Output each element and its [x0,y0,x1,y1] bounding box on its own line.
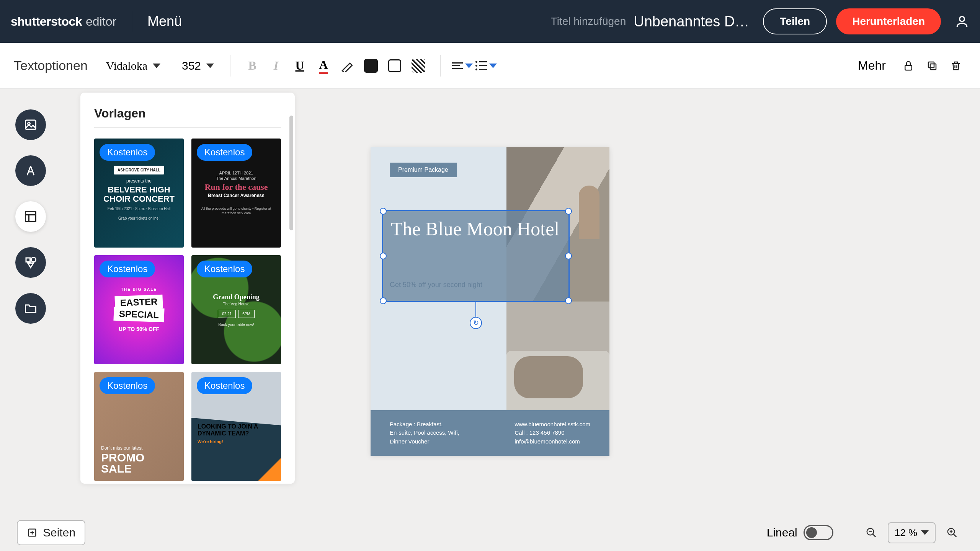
template-card[interactable]: Kostenlos LOOKING TO JOIN A DYNAMIC TEAM… [191,372,281,481]
delete-button[interactable] [946,55,966,76]
toggle-knob [806,527,817,538]
svg-rect-6 [26,212,36,222]
tpl-text: Run for the cause [204,182,268,192]
align-button[interactable] [452,55,473,76]
bold-button[interactable]: B [242,55,263,76]
tpl-text: Breast Cancer Awareness [208,193,264,198]
template-card[interactable]: Kostenlos Don't miss our latest PROMO SA… [94,372,184,481]
tpl-text: 02.21 [218,310,236,318]
duplicate-button[interactable] [922,55,942,76]
rail-folder[interactable] [15,293,46,324]
outline-button[interactable] [384,55,405,76]
resize-handle-w[interactable] [380,253,387,259]
template-card[interactable]: Kostenlos APRIL 12TH 2021 The Annual Mar… [191,139,281,248]
free-badge: Kostenlos [100,144,155,161]
tpl-text: Don't miss our latest [101,445,142,451]
tpl-text: LOOKING TO JOIN A DYNAMIC TEAM? [198,423,275,437]
zoom-in-button[interactable] [941,527,963,538]
caret-down-icon [465,64,473,68]
logo-main: shutterstock [11,15,82,29]
lock-button[interactable] [898,55,919,76]
tpl-text: Book your table now! [218,323,254,327]
fill-button[interactable] [361,55,381,76]
canvas-tag[interactable]: Premium Package [390,163,457,177]
canvas-footer-right: www.bluemoonhotel.sstk.com Call : 123 45… [514,420,590,446]
resize-handle-e[interactable] [565,253,572,259]
logo-sub: editor [86,15,116,29]
rail-images[interactable] [15,109,46,140]
ruler-toggle[interactable] [804,525,833,540]
share-button[interactable]: Teilen [763,8,827,34]
scrollbar[interactable] [289,116,293,230]
ruler-label: Lineal [767,526,797,539]
resize-handle-ne[interactable] [565,208,572,215]
text-icon [24,164,38,178]
free-badge: Kostenlos [100,377,155,394]
caret-down-icon [206,64,214,68]
rail-shapes[interactable] [15,247,46,278]
underline-button[interactable]: U [289,55,310,76]
template-card[interactable]: Kostenlos Grand Opening The Veg House 02… [191,255,281,364]
tpl-text: PROMO SALE [101,452,177,474]
resize-handle-sw[interactable] [380,297,387,304]
image-icon [24,118,38,132]
template-card[interactable]: Kostenlos THE BIG SALE EASTER SPECIAL UP… [94,255,184,364]
divider [94,127,281,128]
document-title[interactable]: Unbenanntes D… [634,13,749,30]
tpl-text: The Annual Marathon [216,176,256,181]
pages-button[interactable]: Seiten [17,520,85,545]
zoom-out-button[interactable] [860,527,882,538]
more-button[interactable]: Mehr [858,59,886,73]
shapes-icon [24,256,38,269]
footer-phone: Call : 123 456 7890 [514,429,590,437]
pages-label: Seiten [43,526,75,539]
divider [230,55,230,77]
canvas-title[interactable]: The Blue Moon Hotel [383,211,568,240]
svg-point-0 [960,16,965,21]
canvas-footer[interactable]: Package : Breakfast, En-suite, Pool acce… [371,410,609,456]
tpl-text: Grand Opening [213,293,260,301]
text-color-button[interactable]: A [313,55,334,76]
zoom-in-icon [946,527,958,538]
selection-box[interactable]: The Blue Moon Hotel ↻ [382,210,570,302]
resize-handle-se[interactable] [565,297,572,304]
italic-button[interactable]: I [266,55,286,76]
app-logo: shutterstock editor [11,15,116,29]
divider [132,11,132,32]
svg-rect-1 [905,65,912,70]
download-button[interactable]: Herunterladen [836,8,941,34]
highlight-button[interactable] [337,55,358,76]
menu-button[interactable]: Menü [147,13,182,29]
font-size-select[interactable]: 352 [177,57,219,75]
zoom-value: 12 % [895,527,917,539]
rotate-handle[interactable]: ↻ [470,317,482,329]
tpl-text: Feb 19th 2021 · 8p.m. · Blossom Hall [108,207,171,211]
template-card[interactable]: Kostenlos ASHGROVE CITY HALL presents th… [94,139,184,248]
texture-button[interactable] [408,55,429,76]
zoom-out-icon [866,527,877,538]
resize-handle-nw[interactable] [380,208,387,215]
tpl-text: THE BIG SALE [121,287,157,292]
font-family-select[interactable]: Vidaloka [101,57,165,75]
canvas-area[interactable]: Premium Package The Blue Moon Hotel ↻ Ge… [371,147,609,456]
pages-icon [27,527,38,538]
tpl-text: We're hiring! [198,439,275,444]
list-button[interactable] [476,55,497,76]
text-options-label: Textoptionen [14,58,88,73]
zoom-select[interactable]: 12 % [888,522,936,543]
panel-title: Vorlagen [94,106,281,121]
title-hint: Titel hinzufügen [551,15,626,28]
tpl-text: 6PM [238,310,255,318]
caret-down-icon [153,64,160,68]
divider [440,55,441,77]
font-family-value: Vidaloka [106,59,147,72]
list-icon [475,61,487,70]
templates-panel: Vorlagen Kostenlos ASHGROVE CITY HALL pr… [80,93,295,484]
free-badge: Kostenlos [197,144,252,161]
caret-down-icon [489,64,497,68]
user-icon[interactable] [955,14,969,29]
svg-rect-4 [26,120,36,129]
rail-text[interactable] [15,155,46,186]
rotate-line [475,301,476,317]
rail-templates[interactable] [15,201,46,232]
